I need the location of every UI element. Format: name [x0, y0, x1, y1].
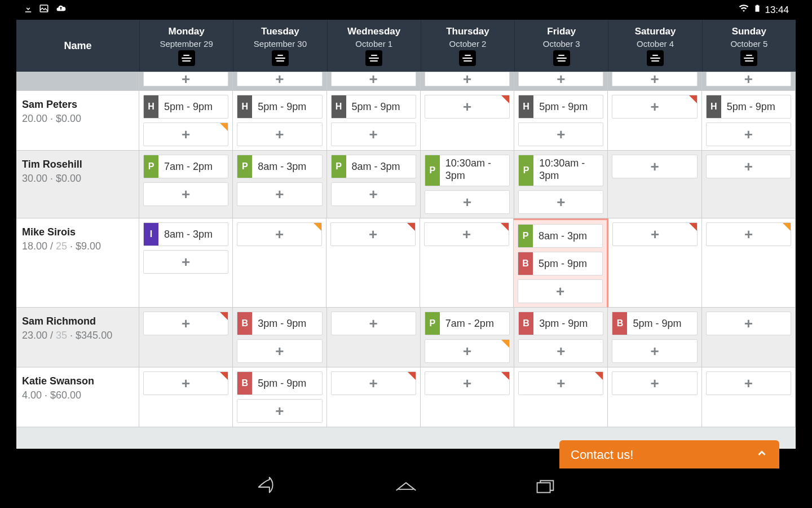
- recents-icon[interactable]: [532, 474, 558, 502]
- contact-us-widget[interactable]: Contact us!: [559, 440, 779, 470]
- shift-chip[interactable]: P8am - 3pm: [331, 155, 416, 178]
- home-icon[interactable]: [393, 474, 419, 502]
- add-shift-button[interactable]: +: [331, 182, 416, 206]
- schedule-cell: P8am - 3pm+: [233, 151, 326, 218]
- day-menu-icon[interactable]: [365, 50, 382, 66]
- shift-chip[interactable]: H5pm - 9pm: [518, 95, 603, 119]
- add-shift-button[interactable]: +: [143, 122, 228, 146]
- add-shift-button[interactable]: +: [706, 312, 791, 335]
- add-shift-button[interactable]: +: [706, 72, 791, 86]
- day-column-header[interactable]: Sunday October 5: [702, 20, 796, 72]
- day-menu-icon[interactable]: [647, 50, 664, 66]
- day-menu-icon[interactable]: [740, 50, 757, 66]
- shift-chip[interactable]: H5pm - 9pm: [706, 95, 791, 119]
- employee-cell[interactable]: Katie Swanson4.00 · $60.00: [16, 367, 139, 427]
- table-row: Tim Rosehill30.00 · $0.00P7am - 2pm+P8am…: [16, 151, 796, 218]
- schedule-cell: +: [608, 151, 701, 218]
- add-shift-button[interactable]: +: [612, 95, 697, 119]
- employee-cell[interactable]: Mike Sirois18.00 / 25 · $9.00: [16, 218, 139, 308]
- shift-chip[interactable]: H5pm - 9pm: [237, 95, 322, 119]
- add-shift-button[interactable]: +: [143, 312, 228, 335]
- add-shift-button[interactable]: +: [425, 72, 510, 86]
- add-shift-button[interactable]: +: [518, 190, 603, 214]
- shift-time: 5pm - 9pm: [252, 372, 321, 395]
- add-shift-button[interactable]: +: [237, 399, 322, 423]
- shift-chip[interactable]: P10:30am - 3pm: [518, 155, 603, 186]
- schedule-cell: +: [327, 367, 421, 427]
- add-shift-button[interactable]: +: [612, 371, 697, 395]
- add-shift-button[interactable]: +: [706, 155, 791, 178]
- day-column-header[interactable]: Saturday October 4: [608, 20, 701, 72]
- shift-chip[interactable]: B3pm - 9pm: [518, 312, 603, 335]
- add-shift-button[interactable]: +: [330, 222, 416, 246]
- add-shift-button[interactable]: +: [706, 222, 791, 246]
- employee-cell[interactable]: Tim Rosehill30.00 · $0.00: [16, 151, 139, 218]
- schedule-cell: B5pm - 9pm+: [608, 308, 701, 367]
- add-shift-button[interactable]: +: [518, 371, 603, 395]
- shift-chip[interactable]: B5pm - 9pm: [237, 371, 322, 395]
- day-column-header[interactable]: Monday September 29: [139, 20, 233, 72]
- day-menu-icon[interactable]: [178, 50, 195, 66]
- shift-time: 5pm - 9pm: [721, 95, 791, 118]
- day-column-header[interactable]: Tuesday September 30: [233, 20, 326, 72]
- add-shift-button[interactable]: +: [331, 72, 416, 86]
- android-navbar: [16, 468, 796, 508]
- shift-chip[interactable]: H5pm - 9pm: [143, 95, 228, 119]
- employee-cell[interactable]: Sam Richmond23.00 / 35 · $345.00: [16, 308, 139, 367]
- shift-chip[interactable]: P10:30am - 3pm: [425, 155, 510, 186]
- shift-chip[interactable]: B5pm - 9pm: [518, 252, 603, 275]
- add-shift-button[interactable]: +: [425, 190, 510, 214]
- add-shift-button[interactable]: +: [237, 122, 322, 146]
- employee-cell[interactable]: Sam Peters20.00 · $0.00: [16, 91, 139, 151]
- schedule-cell: +: [420, 218, 514, 308]
- day-column-header[interactable]: Wednesday October 1: [327, 20, 421, 72]
- day-menu-icon[interactable]: [459, 50, 476, 66]
- day-menu-icon[interactable]: [272, 50, 289, 66]
- shift-chip[interactable]: P8am - 3pm: [518, 224, 603, 248]
- add-shift-button[interactable]: +: [425, 339, 510, 363]
- add-shift-button[interactable]: +: [612, 222, 698, 246]
- add-shift-button[interactable]: +: [237, 72, 322, 86]
- shift-tag: I: [144, 223, 158, 246]
- add-shift-button[interactable]: +: [237, 222, 322, 246]
- add-shift-button[interactable]: +: [237, 182, 322, 206]
- add-shift-button[interactable]: +: [143, 72, 228, 86]
- day-date: October 2: [449, 39, 487, 49]
- add-shift-button[interactable]: +: [612, 339, 697, 363]
- shift-chip[interactable]: P7am - 2pm: [425, 312, 510, 335]
- shift-tag: P: [144, 155, 158, 178]
- add-shift-button[interactable]: +: [425, 371, 510, 395]
- add-shift-button[interactable]: +: [424, 222, 509, 246]
- shift-chip[interactable]: P7am - 2pm: [143, 155, 228, 178]
- back-icon[interactable]: [254, 474, 280, 502]
- add-shift-button[interactable]: +: [237, 339, 322, 363]
- add-shift-button[interactable]: +: [143, 182, 228, 206]
- add-shift-button[interactable]: +: [706, 371, 791, 395]
- add-shift-button[interactable]: +: [612, 155, 697, 178]
- add-shift-button[interactable]: +: [518, 279, 603, 303]
- add-shift-button[interactable]: +: [518, 72, 603, 86]
- add-shift-button[interactable]: +: [143, 250, 228, 274]
- table-row: Sam Peters20.00 · $0.00H5pm - 9pm+H5pm -…: [16, 91, 796, 151]
- day-column-header[interactable]: Thursday October 2: [421, 20, 514, 72]
- shift-time: 5pm - 9pm: [346, 95, 416, 118]
- add-shift-button[interactable]: +: [518, 339, 603, 363]
- add-shift-button[interactable]: +: [331, 312, 416, 335]
- shift-chip[interactable]: P8am - 3pm: [237, 155, 322, 178]
- day-column-header[interactable]: Friday October 3: [514, 20, 608, 72]
- add-shift-button[interactable]: +: [331, 122, 416, 146]
- add-shift-button[interactable]: +: [612, 72, 697, 86]
- shift-chip[interactable]: I8am - 3pm: [143, 222, 228, 246]
- add-shift-button[interactable]: +: [143, 371, 228, 395]
- shift-chip[interactable]: B3pm - 9pm: [237, 312, 322, 335]
- contact-label: Contact us!: [571, 448, 633, 462]
- day-menu-icon[interactable]: [553, 50, 570, 66]
- shift-chip[interactable]: H5pm - 9pm: [331, 95, 416, 119]
- add-shift-button[interactable]: +: [425, 95, 510, 119]
- add-shift-button[interactable]: +: [331, 371, 416, 395]
- add-shift-button[interactable]: +: [706, 122, 791, 146]
- shift-tag: B: [237, 372, 252, 395]
- schedule-cell: +: [608, 218, 702, 308]
- shift-chip[interactable]: B5pm - 9pm: [612, 312, 697, 335]
- add-shift-button[interactable]: +: [518, 122, 603, 146]
